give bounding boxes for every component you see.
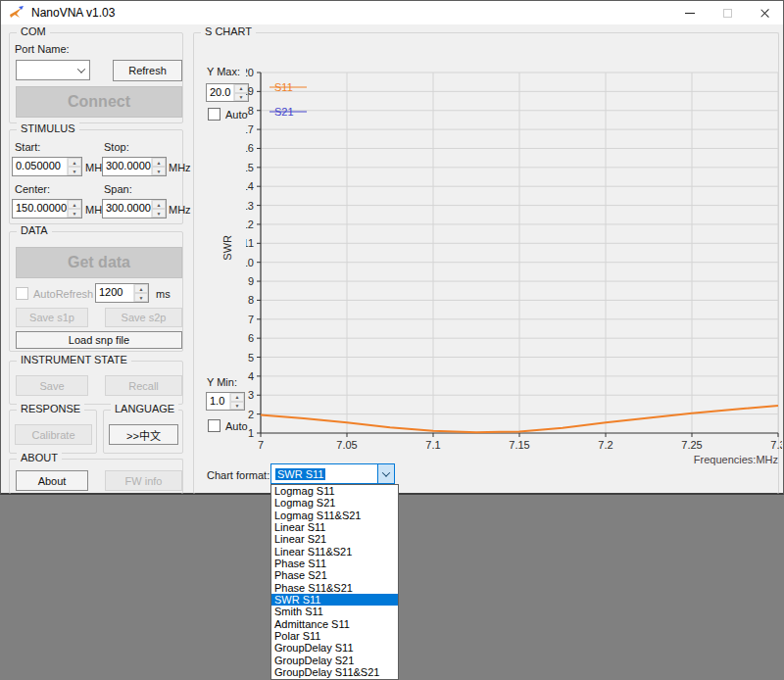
chart-format-label: Chart format:	[207, 469, 270, 481]
svg-text:S11: S11	[274, 81, 293, 93]
minimize-button[interactable]	[671, 1, 709, 24]
minimize-icon	[685, 13, 695, 14]
span-spinner[interactable]: ▲▼	[151, 200, 166, 218]
svg-text:4: 4	[248, 370, 254, 382]
ymax-auto-checkbox[interactable]: Auto	[208, 108, 248, 121]
svg-text:15: 15	[246, 162, 254, 173]
chevron-down-icon	[73, 61, 89, 79]
data-group: DATA Get data AutoRefresh 1200 ▲▼ ms Sav…	[9, 231, 183, 352]
com-group: COM Port Name: Refresh Connect	[9, 32, 183, 123]
svg-text:11: 11	[246, 237, 254, 249]
center-field[interactable]: 150.000000 ▲▼	[12, 199, 82, 219]
center-spinner[interactable]: ▲▼	[67, 200, 81, 218]
data-group-label: DATA	[17, 224, 52, 236]
dropdown-item[interactable]: Logmag S11&S21	[271, 510, 398, 521]
span-field[interactable]: 300.000000 ▲▼	[102, 199, 167, 219]
start-spinner[interactable]: ▲▼	[67, 158, 81, 175]
svg-text:17: 17	[246, 123, 254, 135]
dropdown-item[interactable]: Smith S11	[271, 606, 398, 617]
dropdown-item[interactable]: GroupDelay S11	[271, 642, 398, 654]
autorefresh-label: AutoRefresh	[33, 288, 93, 300]
interval-spinner[interactable]: ▲▼	[133, 284, 148, 302]
dropdown-item[interactable]: GroupDelay S11&S21	[271, 666, 398, 678]
checkbox-icon	[208, 419, 220, 432]
svg-text:13: 13	[246, 200, 254, 212]
span-unit-label: MHz	[169, 204, 191, 216]
svg-text:8: 8	[248, 294, 254, 306]
dropdown-item[interactable]: Linear S21	[271, 533, 398, 545]
stop-unit-label: MHz	[169, 162, 191, 173]
svg-text:10: 10	[246, 257, 254, 268]
dropdown-item[interactable]: Logmag S11	[271, 485, 398, 497]
port-name-combobox[interactable]	[16, 60, 90, 80]
dropdown-item[interactable]: Logmag S21	[271, 497, 398, 509]
dropdown-item[interactable]: Admittance S11	[271, 618, 398, 630]
dropdown-item[interactable]: Polar S11	[271, 630, 398, 642]
refresh-button[interactable]: Refresh	[113, 60, 182, 81]
ymax-auto-label: Auto	[225, 109, 248, 121]
app-icon	[9, 5, 24, 21]
dropdown-item[interactable]: SWR S11	[271, 594, 398, 606]
spin-down-icon: ▼	[68, 209, 81, 218]
response-group: RESPONSE Calibrate	[9, 410, 97, 454]
window-title: NanoVNA v1.03	[31, 6, 115, 20]
svg-text:7.25: 7.25	[681, 439, 702, 451]
svg-text:19: 19	[246, 85, 254, 97]
span-label: Span:	[104, 183, 132, 195]
stop-field[interactable]: 300.000000 ▲▼	[102, 157, 167, 176]
instrument-state-label: INSTRUMENT STATE	[17, 354, 131, 365]
response-group-label: RESPONSE	[17, 403, 84, 414]
ymin-auto-checkbox[interactable]: Auto	[208, 419, 248, 432]
spin-down-icon: ▼	[230, 402, 244, 411]
spin-down-icon: ▼	[68, 167, 81, 175]
about-group-label: ABOUT	[17, 452, 62, 463]
svg-text:Frequencies:MHz: Frequencies:MHz	[694, 454, 778, 465]
load-snp-file-button[interactable]: Load snp file	[16, 331, 182, 349]
fw-info-button[interactable]: FW info	[105, 470, 182, 491]
chart-format-combobox[interactable]: SWR S11	[270, 463, 395, 484]
language-button[interactable]: >>中文	[109, 424, 178, 445]
save-state-button[interactable]: Save	[16, 375, 88, 396]
start-field[interactable]: 0.050000 ▲▼	[12, 157, 82, 176]
svg-text:12: 12	[246, 219, 254, 230]
connect-button[interactable]: Connect	[16, 86, 182, 118]
svg-text:7.3: 7.3	[770, 439, 782, 451]
svg-text:14: 14	[246, 180, 254, 192]
save-s1p-button[interactable]: Save s1p	[16, 308, 88, 327]
swr-chart: 123456789101112131415161718192077.057.17…	[246, 66, 782, 465]
svg-text:16: 16	[246, 142, 254, 154]
svg-text:9: 9	[248, 275, 254, 287]
spin-down-icon: ▼	[152, 167, 166, 175]
dropdown-item[interactable]: Phase S11&S21	[271, 582, 398, 594]
chart-ylabel: SWR	[221, 235, 233, 261]
ymin-spinner[interactable]: ▲▼	[229, 393, 244, 410]
stimulus-group-label: STIMULUS	[17, 122, 79, 134]
recall-button[interactable]: Recall	[105, 375, 182, 396]
dropdown-item[interactable]: Linear S11	[271, 521, 398, 533]
chevron-down-icon	[377, 464, 394, 483]
interval-field[interactable]: 1200 ▲▼	[95, 283, 149, 303]
chart-format-dropdown: Logmag S11Logmag S21Logmag S11&S21Linear…	[270, 484, 399, 680]
save-s2p-button[interactable]: Save s2p	[105, 308, 182, 327]
maximize-button	[709, 1, 746, 24]
get-data-button[interactable]: Get data	[16, 247, 182, 278]
spin-up-icon: ▲	[152, 200, 166, 209]
spin-down-icon: ▼	[152, 209, 166, 218]
svg-text:18: 18	[246, 105, 254, 117]
dropdown-item[interactable]: Linear S11&S21	[271, 546, 398, 558]
autorefresh-checkbox[interactable]: AutoRefresh	[16, 287, 93, 300]
close-button[interactable]	[746, 1, 783, 24]
ymin-field[interactable]: 1.0 ▲▼	[206, 392, 245, 411]
calibrate-button[interactable]: Calibrate	[15, 424, 92, 445]
app-window: NanoVNA v1.03 COM Port Name: Refresh Con…	[0, 0, 784, 495]
ymax-field[interactable]: 20.0 ▲▼	[206, 83, 249, 102]
svg-text:7.15: 7.15	[509, 439, 529, 451]
dropdown-item[interactable]: GroupDelay S21	[271, 655, 398, 666]
port-name-label: Port Name:	[15, 43, 70, 55]
svg-text:7.1: 7.1	[425, 439, 440, 451]
stop-spinner[interactable]: ▲▼	[151, 158, 166, 175]
s-chart-group-label: S CHART	[201, 25, 256, 37]
dropdown-item[interactable]: Phase S21	[271, 569, 398, 581]
about-button[interactable]: About	[16, 470, 88, 491]
dropdown-item[interactable]: Phase S11	[271, 558, 398, 569]
